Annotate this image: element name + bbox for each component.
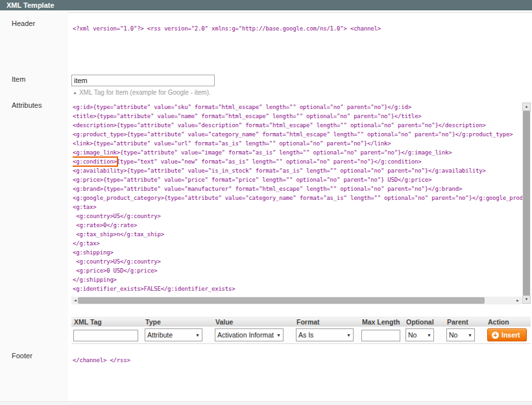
attributes-label: Attributes: [12, 101, 42, 109]
parent-select[interactable]: No: [446, 328, 475, 341]
footer-label: Footer: [12, 352, 32, 360]
xml-template-page: XML Template Header <?xml version="1.0"?…: [0, 0, 532, 405]
item-note-text: XML Tag for Item (example for Google - i…: [79, 89, 211, 96]
item-note: ▲XML Tag for Item (example for Google - …: [73, 89, 211, 96]
item-label: Item: [12, 75, 25, 83]
dotted-divider: [0, 12, 532, 13]
header-label: Header: [12, 19, 35, 27]
optional-select[interactable]: No: [405, 328, 434, 341]
attribute-table: XML Tag Type Value Format Max Length Opt…: [71, 317, 531, 344]
page-title: XML Template: [0, 0, 532, 10]
format-select[interactable]: As Is: [296, 328, 354, 341]
col-header-max-length: Max Length: [359, 317, 404, 326]
scroll-up-arrow-icon[interactable]: ▲: [522, 103, 531, 111]
horizontal-scroll-thumb[interactable]: [78, 297, 485, 304]
max-length-input[interactable]: [361, 330, 400, 341]
section-title-bar: XML Template: [0, 0, 532, 10]
vertical-scroll-thumb[interactable]: [523, 111, 530, 295]
col-header-type: Type: [143, 317, 213, 326]
col-header-action: Action: [485, 317, 531, 326]
scroll-right-arrow-icon[interactable]: ►: [514, 297, 522, 304]
plus-icon: +: [492, 332, 499, 339]
value-select[interactable]: Activation Informatio: [215, 328, 284, 341]
scroll-down-arrow-icon[interactable]: ▼: [522, 295, 531, 304]
vertical-scrollbar[interactable]: ▲ ▼: [522, 103, 531, 304]
item-input[interactable]: [71, 75, 215, 86]
insert-button-label: Insert: [502, 331, 520, 339]
attribute-table-row: Attribute Activation Informatio As Is No…: [71, 326, 531, 344]
bottom-strip: [0, 401, 532, 405]
attribute-table-header: XML Tag Type Value Format Max Length Opt…: [71, 317, 531, 326]
note-triangle-icon: ▲: [73, 90, 77, 95]
condition-highlight-box: <g:condition>: [73, 156, 118, 167]
insert-button[interactable]: +Insert: [487, 328, 527, 341]
col-header-parent: Parent: [444, 317, 485, 326]
col-header-optional: Optional: [404, 317, 444, 326]
col-header-value: Value: [213, 317, 294, 326]
attributes-code[interactable]: <g:id>{type="attribute" value="sku" form…: [73, 103, 522, 295]
col-header-xml-tag: XML Tag: [71, 317, 143, 326]
type-select[interactable]: Attribute: [145, 328, 202, 341]
header-code-textarea[interactable]: <?xml version="1.0"?> <rss version="2.0"…: [73, 24, 527, 63]
col-header-format: Format: [294, 317, 359, 326]
horizontal-scrollbar[interactable]: ◄ ►: [71, 297, 522, 304]
xml-tag-input[interactable]: [73, 330, 138, 341]
footer-code-textarea[interactable]: </channel> </rss>: [73, 356, 527, 382]
label-column: [0, 10, 68, 401]
